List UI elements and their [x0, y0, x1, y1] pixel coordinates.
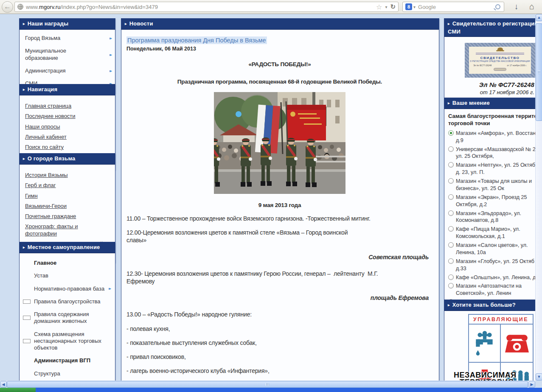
poll-option[interactable]: Магазин «Эльдорадо», ул.Космонавтов, д.8 [448, 210, 535, 224]
vertical-scroll-thumb[interactable] [536, 23, 542, 121]
poll-option-label: Магазин «Глобус», ул. 25 Октябд.33 [456, 258, 534, 272]
sidebar-item[interactable]: Правила благоустройства ▸▸ [20, 295, 115, 308]
poll-option[interactable]: Магазин «Автозапчасти наСоветской», ул. … [448, 283, 535, 297]
sidebar-item[interactable]: Правила содержания домашних животных ▸▸ [20, 308, 115, 328]
horizontal-scroll-thumb[interactable] [7, 381, 528, 388]
sidebar-item-label: Муниципальное образование [25, 48, 93, 62]
poll-option[interactable]: Магазин «Экран», Проезд 25Октября, д.2 [448, 194, 535, 208]
about-city-title: О городе Вязьма [28, 155, 76, 162]
horizontal-scrollbar[interactable]: ◀ ▶ [0, 381, 535, 388]
nav-link[interactable]: Поиск по сайту [25, 144, 110, 151]
radio-icon[interactable] [448, 178, 454, 184]
search-engine-caret-icon[interactable]: ▾ [413, 5, 416, 9]
certificate-title: Свидетельство о регистрации СМИ [448, 20, 535, 35]
sidebar-item[interactable]: Схема размещения нестационарных торговых… [20, 328, 115, 355]
vertical-scrollbar[interactable]: ▲ ▼ [535, 14, 542, 381]
url-bar[interactable]: www.mgorv.ru/index.php?go=News&in=view&i… [14, 2, 399, 12]
scroll-down-button[interactable]: ▼ [536, 373, 542, 381]
utilities-ad-banner[interactable]: УПРАВЛЯЮЩИЕ [468, 314, 534, 381]
about-link[interactable]: Вязьмичи-Герои [25, 203, 110, 210]
nav-link[interactable]: Последние новости [25, 113, 110, 120]
poll-option[interactable]: Универсам «Машзаводской № 2ул. 25 Октябр… [448, 146, 535, 160]
url-text[interactable]: www.mgorv.ru/index.php?go=News&in=view&i… [26, 4, 374, 10]
poll-header: ▸Ваше мнение [444, 98, 535, 109]
start-button-edge[interactable] [0, 388, 36, 392]
article-title-link[interactable]: Программа празднования Дня Победы в Вязь… [126, 36, 267, 44]
frame-icon [23, 316, 31, 320]
poll-option[interactable]: Магазин «Товары для школы ибизнеса», ул.… [448, 178, 535, 192]
poll-option-line: Советской», ул. Ленин [456, 290, 522, 297]
parade-photo [214, 92, 345, 194]
radio-icon[interactable] [448, 258, 454, 264]
globe-icon [17, 4, 23, 10]
bookmark-caret-icon[interactable]: ▾ [385, 5, 387, 9]
sidebar-item[interactable]: Нормативно-правовая база ▸▸ [20, 283, 115, 295]
scroll-left-button[interactable]: ◀ [0, 381, 7, 388]
sidebar-item[interactable]: Структура ▸▸ [20, 367, 115, 380]
sidebar-item[interactable]: Администрация ВГП ▸▸ [20, 354, 115, 367]
certificate-fine-print [476, 52, 524, 55]
poll-option[interactable]: Кафе «Пицца Марио», ул.Комсомольская, д.… [448, 226, 535, 240]
poll-option[interactable]: Магазин «Нептун», ул. 25 Октябд. 23, ул.… [448, 162, 535, 176]
browser-window: ← www.mgorv.ru/index.php?go=News&in=view… [0, 0, 542, 392]
article-heading-1: «РАДОСТЬ ПОБЕДЫ!» [126, 61, 433, 67]
sidebar-item[interactable]: Муниципальное образование ▸▸ [20, 45, 115, 64]
poll-option-line: Магазин «Эльдорадо», ул. [456, 210, 521, 217]
local-gov-box: ▸Местное самоуправление Главное ▸▸ Устав… [19, 242, 115, 381]
about-link[interactable]: Почетные граждане [25, 213, 110, 220]
poll-option[interactable]: Магазин «Амфора», ул. Восстанд.9 [448, 130, 535, 144]
sidebar-item[interactable]: Город Вязьма ▸▸ [20, 32, 115, 45]
refresh-icon[interactable]: ↻ [390, 3, 396, 11]
poll-option[interactable]: Магазин «Салон цветов», ул.Ленина, 10а [448, 242, 535, 256]
radio-icon[interactable] [448, 210, 454, 216]
radio-icon[interactable] [448, 226, 454, 232]
about-link[interactable]: История Вязьмы [25, 172, 110, 179]
paragraph-line: славы» [126, 236, 433, 244]
radio-icon[interactable] [448, 274, 454, 280]
nav-link[interactable]: Наши опросы [25, 123, 110, 130]
sidebar-item[interactable]: Администрация ▸▸ [20, 64, 115, 77]
radio-icon[interactable] [448, 242, 454, 248]
about-link[interactable]: Герб и флаг [25, 182, 110, 189]
certificate-number-small: Эл № ФС77-26248 [473, 64, 491, 67]
google-icon: 8 [405, 3, 412, 10]
header-arrow-icon: ▸ [448, 22, 450, 26]
poll-question: Самая благоустроенная территория торгово… [448, 113, 535, 127]
sidebar-item-label: Город Вязьма [25, 35, 60, 42]
poll-option-label: Магазин «Салон цветов», ул.Ленина, 10а [456, 242, 528, 256]
poll-option-line: бизнеса», ул. 25 Ок [456, 185, 532, 192]
article-paragraph: - показательные выступления служебных со… [126, 339, 433, 347]
paragraph-line: 13.00 – «Радость Победы!» народное гулян… [126, 311, 433, 318]
scroll-right-button[interactable]: ▶ [528, 381, 535, 388]
awards-title: Наши награды [28, 20, 68, 27]
search-magnifier-icon[interactable] [495, 4, 500, 9]
about-link[interactable]: Гимн [25, 193, 110, 199]
poll-option[interactable]: Магазин «Глобус», ул. 25 Октябд.33 [448, 258, 535, 272]
poll-question-line: Самая благоустроенная территория [448, 113, 535, 120]
back-button[interactable]: ← [2, 1, 13, 13]
poll-option[interactable]: Кафе «Ольштын», ул. Ленина, д [448, 274, 535, 281]
radio-icon[interactable] [448, 130, 454, 136]
radio-icon[interactable] [448, 283, 454, 288]
certificate-body: СВИДЕТЕЛЬСТВО О РЕГИСТРАЦИИ СРЕДСТВА МАС… [444, 37, 535, 101]
radio-icon[interactable] [448, 194, 454, 200]
article-date: Понедельник, 06 Май 2013 [126, 46, 433, 52]
about-link[interactable]: Хронограф: факты и фотографии [25, 223, 110, 237]
radio-icon[interactable] [448, 146, 454, 152]
url-path: /index.php?go=News&in=view&id=3479 [60, 4, 157, 10]
poll-option-label: Магазин «Амфора», ул. Восстанд.9 [456, 130, 535, 144]
sidebar-item[interactable]: Устав ▸▸ [20, 269, 115, 282]
sidebar-item[interactable]: Главное ▸▸ [20, 257, 115, 269]
eagle-emblem-icon [497, 48, 503, 51]
scroll-up-button[interactable]: ▲ [536, 14, 542, 21]
nav-link[interactable]: Личный кабинет [25, 134, 110, 140]
nav-link[interactable]: Главная страница [25, 103, 110, 109]
downloads-icon[interactable]: ↓ [514, 2, 519, 11]
certificate-number-row: Эл № ФС77-26248 от 17 ноября 2006 г. [473, 64, 527, 67]
poll-title: Ваше мнение [452, 100, 490, 106]
search-box[interactable]: 8 ▾ Google [402, 2, 504, 12]
home-icon[interactable]: ⌂ [529, 2, 534, 11]
radio-icon[interactable] [448, 162, 454, 168]
bookmark-star-icon[interactable]: ☆ [376, 3, 382, 11]
article-paragraph: 11.00 – Торжественное прохождение войск … [126, 215, 433, 222]
